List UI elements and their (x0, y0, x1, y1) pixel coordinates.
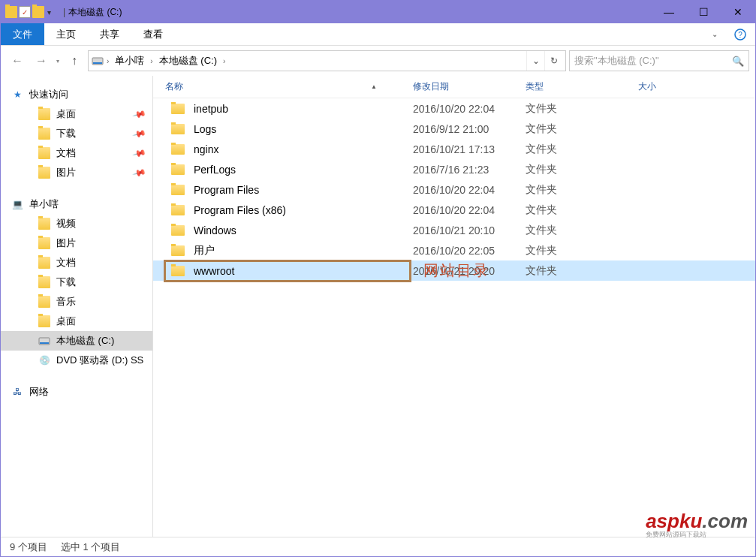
sidebar-item-videos[interactable]: 视频 (1, 214, 152, 233)
file-row[interactable]: PerfLogs 2016/7/16 21:23 文件夹 (153, 159, 755, 179)
sidebar-network[interactable]: 🖧 网络 (1, 382, 152, 402)
network-icon: 🖧 (11, 386, 23, 398)
tab-file[interactable]: 文件 (1, 23, 44, 45)
file-name: PerfLogs (194, 164, 413, 176)
breadcrumb[interactable]: 单小嗐 (112, 54, 147, 68)
status-item-count: 9 个项目 (10, 540, 47, 554)
address-bar-row: ← → ▾ ↑ › 单小嗐 › 本地磁盘 (C:) › ⌄ ↻ 搜索"本地磁盘 … (1, 46, 755, 76)
file-date: 2016/7/16 21:23 (413, 164, 526, 176)
svg-text:?: ? (738, 31, 742, 39)
sidebar-item-pictures[interactable]: 图片 (1, 233, 152, 253)
file-type: 文件夹 (526, 102, 638, 116)
file-row[interactable]: inetpub 2016/10/20 22:04 文件夹 (153, 98, 755, 119)
navigation-pane: ★ 快速访问 桌面📌 下载📌 文档📌 图片📌 💻 单小嗐 视频 图片 文档 下载… (1, 76, 153, 537)
folder-icon (171, 164, 185, 175)
sidebar-quick-access[interactable]: ★ 快速访问 (1, 85, 152, 104)
folder-icon (38, 167, 50, 179)
file-date: 2016/10/21 17:13 (413, 143, 526, 155)
file-type: 文件夹 (526, 143, 638, 156)
folder-icon (38, 315, 50, 327)
file-row[interactable]: Program Files (x86) 2016/10/20 22:04 文件夹 (153, 200, 755, 220)
folder-icon (171, 245, 185, 256)
column-header-size[interactable]: 大小 (638, 80, 698, 93)
file-row[interactable]: Windows 2016/10/21 20:10 文件夹 (153, 220, 755, 240)
computer-icon: 💻 (11, 198, 23, 210)
status-selection-count: 选中 1 个项目 (61, 540, 120, 554)
sort-asc-icon: ▲ (371, 83, 377, 90)
file-row[interactable]: Program Files 2016/10/20 22:04 文件夹 (153, 179, 755, 200)
sidebar-item-documents[interactable]: 文档 (1, 253, 152, 272)
history-dropdown-icon[interactable]: ▾ (55, 58, 61, 65)
folder-icon (171, 225, 185, 236)
sidebar-item-desktop[interactable]: 桌面 (1, 312, 152, 331)
ribbon-expand-icon[interactable]: ⌄ (704, 23, 725, 45)
address-dropdown-icon[interactable]: ⌄ (526, 51, 544, 71)
close-button[interactable]: ✕ (721, 1, 755, 23)
chevron-right-icon[interactable]: › (220, 57, 228, 65)
titlebar: ✓ ▾ |本地磁盘 (C:) — ☐ ✕ (1, 1, 755, 23)
column-header-type[interactable]: 类型 (526, 80, 638, 93)
file-type: 文件夹 (526, 224, 638, 237)
sidebar-item-downloads[interactable]: 下载📌 (1, 124, 152, 143)
pin-icon: 📌 (132, 126, 147, 141)
file-row[interactable]: nginx 2016/10/21 17:13 文件夹 (153, 139, 755, 159)
file-row[interactable]: 用户 2016/10/20 22:05 文件夹 (153, 240, 755, 260)
sidebar-item-pictures[interactable]: 图片📌 (1, 163, 152, 182)
sidebar-item-local-disk-c[interactable]: 本地磁盘 (C:) (1, 331, 152, 351)
file-type: 文件夹 (526, 163, 638, 176)
minimize-button[interactable]: — (652, 1, 686, 23)
tab-share[interactable]: 共享 (88, 23, 131, 45)
file-name: wwwroot (194, 265, 413, 277)
back-button[interactable]: ← (7, 50, 28, 71)
folder-icon (38, 276, 50, 288)
folder-icon[interactable] (5, 6, 17, 18)
file-name: nginx (194, 143, 413, 155)
file-name: Program Files (x86) (194, 204, 413, 216)
file-row[interactable]: Logs 2016/9/12 21:00 文件夹 (153, 119, 755, 139)
up-button[interactable]: ↑ (64, 50, 85, 71)
qat-dropdown[interactable]: ▾ (46, 8, 53, 17)
file-name: 用户 (194, 244, 413, 257)
folder-icon[interactable] (32, 6, 44, 18)
help-icon[interactable]: ? (725, 23, 755, 45)
file-type: 文件夹 (526, 183, 638, 197)
star-icon: ★ (11, 89, 23, 101)
file-date: 2016/10/20 22:04 (413, 204, 526, 216)
tab-home[interactable]: 主页 (44, 23, 88, 45)
breadcrumb[interactable]: 本地磁盘 (C:) (156, 54, 220, 68)
sidebar-item-music[interactable]: 音乐 (1, 292, 152, 312)
address-bar[interactable]: › 单小嗐 › 本地磁盘 (C:) › ⌄ ↻ (88, 50, 566, 71)
file-list: 名称▲ 修改日期 类型 大小 inetpub 2016/10/20 22:04 … (153, 76, 755, 537)
disk-icon (92, 55, 104, 67)
folder-icon (38, 237, 50, 249)
file-date: 2016/9/12 21:00 (413, 123, 526, 135)
folder-icon (171, 205, 185, 215)
column-header-date[interactable]: 修改日期 (413, 80, 526, 93)
sidebar-item-dvd-drive[interactable]: 💿DVD 驱动器 (D:) SS (1, 351, 152, 370)
folder-icon (171, 104, 185, 114)
sidebar-item-downloads[interactable]: 下载 (1, 272, 152, 292)
chevron-right-icon[interactable]: › (104, 57, 112, 65)
chevron-right-icon[interactable]: › (147, 57, 155, 65)
maximize-button[interactable]: ☐ (686, 1, 721, 23)
sidebar-this-pc[interactable]: 💻 单小嗐 (1, 194, 152, 214)
pin-icon: 📌 (132, 107, 147, 122)
folder-icon (171, 266, 185, 276)
search-icon[interactable]: 🔍 (732, 56, 744, 67)
folder-icon (38, 147, 50, 159)
file-date: 2016/10/20 22:05 (413, 245, 526, 257)
sidebar-item-desktop[interactable]: 桌面📌 (1, 104, 152, 124)
sidebar-item-documents[interactable]: 文档📌 (1, 143, 152, 163)
file-date: 2016/10/20 22:04 (413, 103, 526, 115)
folder-icon (38, 218, 50, 230)
refresh-button[interactable]: ↻ (544, 51, 562, 71)
folder-icon (171, 144, 185, 155)
pin-icon: 📌 (132, 165, 147, 180)
forward-button[interactable]: → (31, 50, 52, 71)
properties-icon[interactable]: ✓ (19, 6, 31, 18)
folder-icon (38, 296, 50, 308)
search-input[interactable]: 搜索"本地磁盘 (C:)" 🔍 (569, 50, 749, 71)
status-bar: 9 个项目 选中 1 个项目 (1, 537, 755, 556)
column-header-name[interactable]: 名称▲ (165, 80, 413, 93)
tab-view[interactable]: 查看 (131, 23, 175, 45)
